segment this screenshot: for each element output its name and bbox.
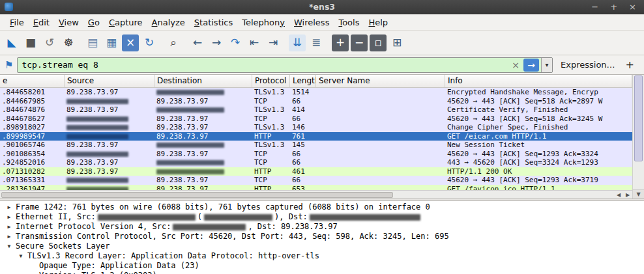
detail-line[interactable]: ▶Frame 1242: 761 bytes on wire (6088 bit… <box>0 202 644 212</box>
detail-line[interactable]: Version: TLS 1.2 (0x0303) <box>0 271 644 274</box>
maximize-button[interactable]: + <box>610 2 617 12</box>
cell-info: Change Cipher Spec, Finished <box>445 123 632 132</box>
colorize-icon[interactable]: ≣ <box>308 34 325 51</box>
save-file-icon[interactable]: ▦ <box>103 34 120 51</box>
expanded-arrow-icon[interactable]: ▼ <box>17 251 25 261</box>
packet-row[interactable]: .07136533189.238.73.97TCP6645620 → 443 [… <box>0 176 632 185</box>
column-header-destination[interactable]: Destination <box>154 75 252 87</box>
back-arrow-icon[interactable]: ← <box>189 34 206 51</box>
vertical-scrollbar-thumb[interactable] <box>634 75 643 161</box>
expression-button[interactable]: Expression… <box>557 60 621 70</box>
packet-row[interactable]: .07131028289.238.73.97HTTP461HTTP/1.1 20… <box>0 167 632 176</box>
packet-row[interactable]: .92485201689.238.73.97TCP66443 → 45620 [… <box>0 158 632 167</box>
vertical-scrollbar[interactable]: ▼ <box>632 75 644 199</box>
detail-text: ), Dst: <box>274 212 308 222</box>
detail-line[interactable]: ▼Secure Sockets Layer <box>0 241 644 251</box>
detail-line[interactable]: Opaque Type: Application Data (23) <box>0 261 644 271</box>
cell-destination: 89.238.73.97 <box>154 176 252 185</box>
packet-row[interactable]: .89891802789.238.73.97TLSv1.3146Change C… <box>0 123 632 132</box>
cell-info: GET /eicar.com HTTP/1.1 <box>445 132 632 141</box>
capture-options-icon[interactable]: ☸ <box>60 34 77 51</box>
close-file-icon[interactable]: × <box>122 34 139 51</box>
packet-row[interactable]: .28136194789.238.73.97HTTP653GET /favico… <box>0 185 632 191</box>
menu-view[interactable]: View <box>54 16 83 29</box>
clear-filter-icon[interactable]: × <box>508 60 523 70</box>
packet-row[interactable]: .84467862789.238.73.97TCP6645620 → 443 [… <box>0 115 632 124</box>
zoom-out-icon[interactable]: − <box>351 34 368 51</box>
detail-line[interactable]: ▼TLSv1.3 Record Layer: Application Data … <box>0 251 644 261</box>
packet-row[interactable]: .84467487689.238.73.97TLSv1.3414Certific… <box>0 105 632 115</box>
horizontal-scrollbar-thumb[interactable] <box>1 192 393 198</box>
scroll-right-icon[interactable]: ▶ <box>623 192 632 198</box>
close-button[interactable]: × <box>629 2 636 12</box>
titlebar[interactable]: *ens3 − + × <box>0 0 644 14</box>
first-packet-icon[interactable]: ⇤ <box>246 34 263 51</box>
collapsed-arrow-icon[interactable]: ▶ <box>5 232 13 241</box>
column-header-time[interactable]: e <box>0 75 65 87</box>
cell-length: 1514 <box>290 88 316 97</box>
collapsed-arrow-icon[interactable]: ▶ <box>5 212 13 222</box>
last-packet-icon[interactable]: ⇥ <box>265 34 282 51</box>
cell-source: 89.238.73.97 <box>65 167 154 176</box>
vertical-scrollbar-track[interactable] <box>633 161 644 189</box>
bookmark-icon[interactable]: ⚑ <box>5 59 13 71</box>
autoscroll-icon[interactable]: ⇊ <box>289 34 306 51</box>
collapsed-arrow-icon[interactable]: ▶ <box>5 202 13 212</box>
packet-row[interactable]: .89998954789.238.73.97HTTP761GET /eicar.… <box>0 132 632 141</box>
minimize-button[interactable]: − <box>591 2 598 12</box>
start-capture-icon[interactable]: ◣ <box>3 34 20 51</box>
menu-tools[interactable]: Tools <box>334 16 364 29</box>
menu-statistics[interactable]: Statistics <box>190 16 237 29</box>
filter-input[interactable] <box>18 60 508 70</box>
normal-size-icon[interactable]: ▫ <box>370 34 387 51</box>
menu-wireless[interactable]: Wireless <box>289 16 334 29</box>
menu-edit[interactable]: Edit <box>29 16 54 29</box>
column-header-server_name[interactable]: Server Name <box>316 75 445 87</box>
cell-time: .844667985 <box>0 97 65 106</box>
detail-line[interactable]: ▶Transmission Control Protocol, Src Port… <box>0 232 644 241</box>
goto-packet-icon[interactable]: ↷ <box>227 34 244 51</box>
packet-row[interactable]: .84465820189.238.73.97TLSv1.31514Encrypt… <box>0 88 632 97</box>
column-header-length[interactable]: Length <box>290 75 316 87</box>
toolbar-group: ←→↷⇤⇥ <box>189 34 282 51</box>
scroll-down-icon[interactable]: ▼ <box>633 189 644 199</box>
detail-line[interactable]: ▶Internet Protocol Version 4, Src: , Dst… <box>0 222 644 232</box>
cell-source <box>65 176 154 185</box>
resize-columns-icon[interactable]: ⊞ <box>388 34 405 51</box>
redacted-text <box>66 116 128 122</box>
menu-capture[interactable]: Capture <box>104 16 147 29</box>
cell-info: GET /favicon.ico HTTP/1.1 <box>445 185 632 191</box>
reload-file-icon[interactable]: ↻ <box>141 34 158 51</box>
column-header-source[interactable]: Source <box>65 75 154 87</box>
add-filter-button[interactable]: + <box>624 59 639 71</box>
packet-row[interactable]: .84466798589.238.73.97TCP6645620 → 443 [… <box>0 97 632 106</box>
packet-row[interactable]: .90106574689.238.73.97TLSv1.3145New Sess… <box>0 141 632 150</box>
column-header-protocol[interactable]: Protocol <box>252 75 290 87</box>
redacted-text <box>66 125 128 130</box>
horizontal-scrollbar[interactable]: ◀ ▶ <box>0 190 632 199</box>
apply-filter-icon[interactable]: → <box>523 59 539 72</box>
detail-text: Secure Sockets Layer <box>16 241 110 251</box>
menu-file[interactable]: File <box>5 16 29 29</box>
toolbar-group: ▤▦×↻ <box>84 34 158 51</box>
menu-telephony[interactable]: Telephony <box>237 16 289 29</box>
find-packet-icon[interactable]: ⌕ <box>165 34 182 51</box>
packet-row[interactable]: .90108635489.238.73.97TCP6645620 → 443 [… <box>0 150 632 159</box>
forward-arrow-icon[interactable]: → <box>208 34 225 51</box>
expanded-arrow-icon[interactable]: ▼ <box>5 241 13 251</box>
detail-text: , Dst: 89.238.73.97 <box>248 222 337 232</box>
filter-dropdown-icon[interactable]: ▾ <box>541 58 552 72</box>
restart-capture-icon[interactable]: ↺ <box>41 34 58 51</box>
zoom-in-icon[interactable]: + <box>332 34 349 51</box>
menu-analyze[interactable]: Analyze <box>147 16 190 29</box>
open-file-icon[interactable]: ▤ <box>84 34 101 51</box>
cell-server-name <box>316 158 445 167</box>
scroll-left-icon[interactable]: ◀ <box>614 192 623 198</box>
menu-help[interactable]: Help <box>364 16 392 29</box>
collapsed-arrow-icon[interactable]: ▶ <box>5 222 13 232</box>
stop-capture-icon[interactable]: ■ <box>22 34 39 51</box>
detail-line[interactable]: ▶Ethernet II, Src: (), Dst: <box>0 212 644 222</box>
cell-time: .844678627 <box>0 115 65 124</box>
menu-go[interactable]: Go <box>83 16 104 29</box>
column-header-info[interactable]: Info <box>445 75 632 87</box>
